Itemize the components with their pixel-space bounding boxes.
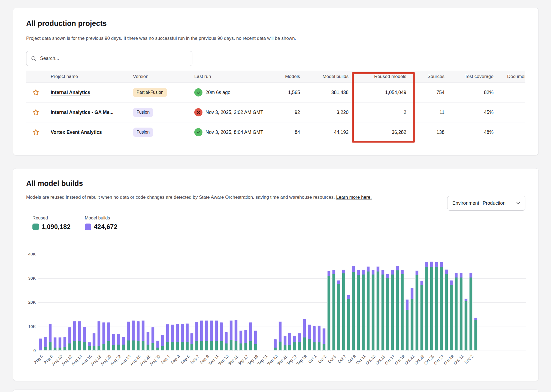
reused-segment (293, 342, 296, 351)
bar-sep-13 (225, 332, 228, 351)
model-builds-segment (283, 336, 287, 345)
reused-segment (357, 275, 360, 351)
reused-segment (215, 341, 218, 351)
table-row[interactable]: Internal Analytics Partial-Fusion 20m 6s… (26, 83, 525, 102)
reused-segment (440, 267, 443, 351)
bar-oct-9 (352, 266, 355, 351)
models-value: 1,565 (265, 90, 306, 95)
last-run-value: 20m 6s ago (205, 90, 230, 95)
gridline (38, 351, 526, 351)
model-builds-segment (342, 270, 345, 273)
bar-sep-16 (239, 330, 243, 351)
model-builds-segment (410, 288, 414, 299)
test-coverage-value: 82% (450, 90, 499, 95)
search-input[interactable] (40, 56, 188, 61)
favorite-star-icon[interactable] (32, 109, 40, 116)
reused-segment (210, 341, 213, 351)
project-link[interactable]: Vortex Event Analytics (51, 129, 102, 135)
reused-segment (474, 320, 477, 351)
model-builds-segment (381, 270, 385, 275)
reused-segment (234, 341, 238, 351)
favorite-star-icon[interactable] (32, 129, 40, 136)
reused-models-value: 1,054,049 (355, 90, 412, 95)
bar-oct-5 (332, 270, 335, 351)
reused-models-value: 36,282 (355, 129, 412, 135)
bar-oct-16 (386, 274, 389, 351)
bar-aug-19 (102, 322, 105, 351)
reused-segment (376, 272, 380, 351)
model-builds-segment (430, 261, 433, 267)
version-badge: Partial-Fusion (133, 88, 167, 97)
bar-aug-18 (97, 321, 101, 351)
reused-segment (430, 267, 433, 351)
project-link[interactable]: Internal Analytics (51, 90, 90, 95)
model-builds-segment (156, 340, 159, 348)
model-builds-segment (469, 273, 473, 278)
reused-segment (127, 340, 130, 351)
reused-segment (107, 341, 110, 351)
learn-more-link[interactable]: Learn more here. (336, 195, 371, 200)
reused-segment (410, 299, 414, 351)
model-builds-value: 3,220 (306, 110, 355, 115)
test-coverage-value: 48% (450, 129, 499, 135)
models-value: 92 (265, 110, 306, 115)
gridline (38, 327, 526, 327)
bar-oct-26 (435, 262, 438, 351)
column-header-test-coverage: Test coverage (450, 74, 499, 79)
projects-table: Project name Version Last run Models Mod… (26, 71, 525, 142)
project-link[interactable]: Internal Analytics - GA Me... (51, 110, 113, 115)
bar-oct-17 (391, 270, 394, 351)
bar-sep-12 (220, 322, 223, 351)
model-builds-segment (450, 280, 453, 285)
model-builds-segment (171, 324, 174, 342)
bar-aug-31 (161, 335, 164, 351)
bar-oct-4 (327, 271, 331, 351)
reused-segment (371, 275, 375, 351)
bar-aug-24 (127, 321, 130, 351)
bar-sep-26 (288, 333, 291, 351)
table-row[interactable]: Internal Analytics - GA Me... Fusion Nov… (26, 102, 525, 122)
model-builds-segment (322, 328, 326, 344)
builds-card-title: All model builds (26, 179, 83, 188)
reused-segment (391, 275, 394, 351)
bar-oct-12 (367, 266, 370, 351)
search-icon (31, 56, 37, 62)
bar-oct-15 (381, 270, 385, 351)
bar-aug-23 (122, 337, 125, 351)
bar-sep-27 (293, 336, 296, 351)
reused-segment (352, 272, 355, 351)
model-builds-segment (112, 334, 115, 345)
reused-segment (171, 342, 174, 351)
reused-segment (405, 310, 409, 351)
model-builds-segment (181, 324, 184, 342)
projects-card-subtitle: Project data shown is for the previous 9… (26, 36, 296, 41)
reused-segment (112, 345, 115, 351)
gridline (38, 302, 526, 303)
bar-oct-13 (371, 270, 375, 351)
legend-model-builds-label: Model builds (85, 215, 117, 221)
reused-segment (445, 274, 448, 351)
column-header-last-run: Last run (186, 74, 265, 79)
y-axis-tick: 40K (22, 252, 36, 257)
reused-segment (362, 275, 365, 351)
reused-segment (313, 342, 316, 351)
reused-segment (39, 350, 42, 351)
reused-segment (92, 346, 96, 351)
model-builds-segment (195, 322, 198, 341)
model-builds-segment (122, 337, 125, 345)
environment-select[interactable]: Environment Production (447, 196, 525, 211)
favorite-star-icon[interactable] (32, 89, 40, 96)
bar-oct-30 (455, 273, 458, 351)
projects-card-title: All production projects (26, 19, 107, 28)
model-builds-segment (362, 270, 365, 275)
bar-oct-29 (450, 280, 453, 351)
model-builds-segment (445, 269, 448, 274)
reused-segment (288, 345, 291, 351)
reused-segment (122, 345, 125, 351)
model-builds-segment (317, 325, 321, 342)
bar-aug-14 (78, 321, 81, 351)
table-header-row: Project name Version Last run Models Mod… (26, 71, 525, 83)
table-row[interactable]: Vortex Event Analytics Fusion Nov 3, 202… (26, 122, 525, 142)
last-run-value: Nov 3, 2025, 2:02 AM GMT (205, 110, 263, 115)
reused-segment (425, 267, 428, 351)
